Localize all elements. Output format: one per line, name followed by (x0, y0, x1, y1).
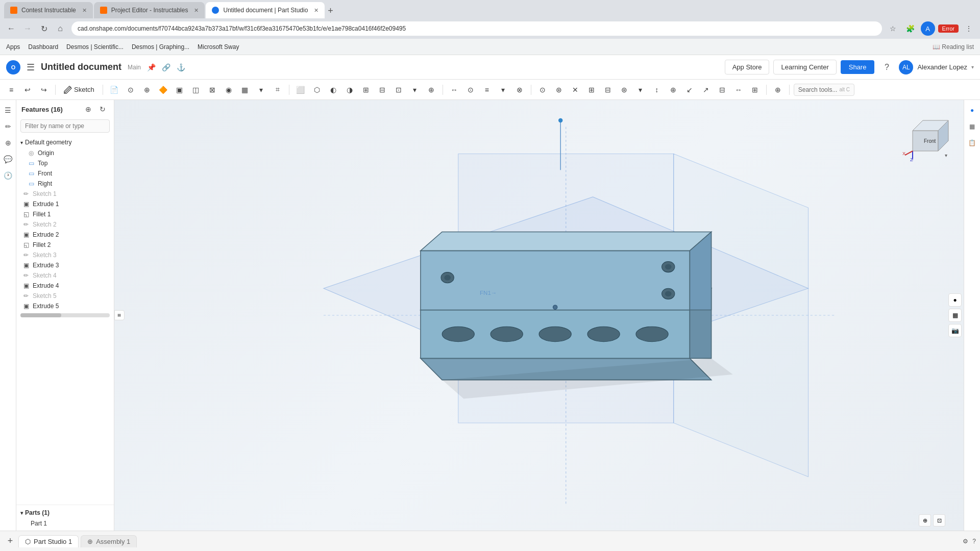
tree-item-front[interactable]: ▭ Front (16, 168, 114, 179)
toolbar-btn-33[interactable]: ⊛ (617, 83, 631, 97)
toolbar-btn-19[interactable]: ⊟ (375, 83, 389, 97)
search-tools-input[interactable]: Search tools... alt C (794, 84, 854, 96)
bottom-help-btn[interactable]: ? (972, 538, 976, 545)
tree-item-extrude5[interactable]: ▣ Extrude 5 (16, 301, 114, 311)
tab-assembly-1[interactable]: ⊕ Assembly 1 (81, 535, 137, 547)
new-tab-button[interactable]: + (326, 4, 335, 18)
right-icon-3[interactable]: 📋 (966, 137, 978, 149)
tree-item-top[interactable]: ▭ Top (16, 158, 114, 168)
toolbar-btn-20[interactable]: ⊡ (391, 83, 406, 97)
toolbar-btn-13[interactable]: ⌗ (271, 83, 285, 97)
bookmark-sway[interactable]: Microsoft Sway (198, 43, 239, 51)
features-history-btn[interactable]: ↻ (96, 103, 109, 115)
toolbar-btn-dropdown[interactable]: ▾ (254, 83, 268, 97)
bookmark-desmos-sci[interactable]: Desmos | Scientific... (66, 43, 124, 51)
bookmark-button[interactable]: ☆ (886, 21, 900, 36)
hamburger-menu[interactable]: ☰ (24, 60, 37, 75)
toolbar-btn-14[interactable]: ⬜ (293, 83, 308, 97)
profile-button[interactable]: A (921, 21, 935, 36)
home-button[interactable]: ⌂ (53, 21, 67, 36)
toolbar-btn-36[interactable]: ⊕ (666, 83, 680, 97)
tree-item-sketch2[interactable]: ✏ Sketch 2 (16, 219, 114, 230)
pin-icon[interactable]: 📌 (147, 63, 156, 71)
toolbar-btn-27[interactable]: ⊗ (512, 83, 527, 97)
toolbar-btn-23[interactable]: ↔ (447, 83, 461, 97)
view-ctrl-2[interactable]: ▦ (948, 309, 962, 322)
toolbar-btn-17[interactable]: ◑ (342, 83, 357, 97)
toolbar-features-btn[interactable]: ≡ (4, 83, 18, 97)
viewport[interactable]: FN1→ Front Z X (114, 100, 964, 531)
right-icon-1[interactable]: ● (966, 104, 978, 116)
toolbar-btn-5[interactable]: ⊕ (140, 83, 154, 97)
filter-input[interactable] (20, 119, 110, 133)
toolbar-btn-28[interactable]: ⊙ (535, 83, 550, 97)
tree-item-origin[interactable]: ◎ Origin (16, 148, 114, 158)
bottom-settings-btn[interactable]: ⚙ (963, 538, 968, 545)
help-button[interactable]: ? (878, 59, 895, 76)
bookmark-desmos-graph[interactable]: Desmos | Graphing... (132, 43, 189, 51)
bookmark-dashboard[interactable]: Dashboard (28, 43, 58, 51)
toolbar-btn-15[interactable]: ⬡ (310, 83, 324, 97)
toolbar-btn-3[interactable]: 📄 (107, 83, 121, 97)
back-button[interactable]: ← (4, 21, 18, 36)
refresh-button[interactable]: ↻ (37, 21, 51, 36)
toolbar-btn-11[interactable]: ▦ (238, 83, 252, 97)
tab-contest-instructable[interactable]: Contest Instructable ✕ (4, 2, 93, 18)
tree-item-extrude1[interactable]: ▣ Extrude 1 (16, 199, 114, 209)
bookmark-apps[interactable]: Apps (6, 43, 20, 51)
sketch-button[interactable]: Sketch (60, 84, 99, 96)
scrollbar-h[interactable] (20, 313, 110, 317)
tab-project-editor[interactable]: Project Editor - Instructables ✕ (94, 2, 205, 18)
toolbar-btn-16[interactable]: ◐ (326, 83, 340, 97)
address-input[interactable] (71, 21, 882, 36)
tree-item-sketch1[interactable]: ✏ Sketch 1 (16, 189, 114, 199)
toolbar-btn-18[interactable]: ⊞ (359, 83, 373, 97)
toolbar-btn-30[interactable]: ✕ (568, 83, 582, 97)
learning-center-button[interactable]: Learning Center (773, 60, 836, 74)
toolbar-btn-dropdown4[interactable]: ▾ (633, 83, 648, 97)
tab-close-part-studio[interactable]: ✕ (314, 7, 318, 14)
toolbar-btn-32[interactable]: ⊟ (601, 83, 615, 97)
nav-icon[interactable]: ⚓ (177, 63, 185, 71)
menu-button[interactable]: ⋮ (962, 21, 976, 36)
user-dropdown-icon[interactable]: ▾ (971, 64, 974, 70)
tree-item-right[interactable]: ▭ Right (16, 179, 114, 189)
toolbar-btn-dropdown2[interactable]: ▾ (408, 83, 422, 97)
app-store-button[interactable]: App Store (725, 60, 770, 74)
toolbar-btn-dropdown3[interactable]: ▾ (496, 83, 510, 97)
tree-item-sketch5[interactable]: ✏ Sketch 5 (16, 291, 114, 301)
toolbar-btn-8[interactable]: ◫ (189, 83, 203, 97)
view-cube[interactable]: Front Z X ▾ (902, 110, 953, 161)
left-icon-features[interactable]: ☰ (2, 104, 14, 116)
tree-item-part1[interactable]: Part 1 (16, 518, 114, 529)
extensions-button[interactable]: 🧩 (903, 21, 918, 36)
tree-item-fillet2[interactable]: ◱ Fillet 2 (16, 240, 114, 250)
tab-part-studio[interactable]: Untitled document | Part Studio ✕ (206, 2, 325, 18)
toolbar-btn-37[interactable]: ↙ (682, 83, 697, 97)
toolbar-btn-24[interactable]: ⊙ (463, 83, 478, 97)
tree-item-sketch4[interactable]: ✏ Sketch 4 (16, 270, 114, 281)
toolbar-btn-10[interactable]: ◉ (222, 83, 236, 97)
left-icon-clock[interactable]: 🕐 (2, 169, 14, 182)
user-name[interactable]: Alexander Lopez (917, 63, 967, 71)
toolbar-btn-7[interactable]: ▣ (173, 83, 187, 97)
features-add-btn[interactable]: ⊕ (82, 103, 94, 115)
toolbar-btn-4[interactable]: ⊙ (124, 83, 138, 97)
view-ctrl-3[interactable]: 📷 (948, 324, 962, 337)
tab-close-contest[interactable]: ✕ (82, 7, 87, 14)
toolbar-btn-38[interactable]: ↗ (699, 83, 713, 97)
add-tab-button[interactable]: + (4, 535, 16, 547)
viewport-fit-btn[interactable]: ⊕ (919, 514, 931, 527)
toolbar-btn-41[interactable]: ⊞ (748, 83, 762, 97)
tree-item-extrude2[interactable]: ▣ Extrude 2 (16, 230, 114, 240)
user-avatar[interactable]: AL (899, 60, 913, 74)
toolbar-btn-29[interactable]: ⊛ (552, 83, 566, 97)
left-icon-tools[interactable]: ⊕ (2, 137, 14, 149)
left-icon-sketch[interactable]: ✏ (2, 120, 14, 133)
toolbar-btn-25[interactable]: ≡ (480, 83, 494, 97)
left-icon-comments[interactable]: 💬 (2, 153, 14, 165)
toolbar-redo-btn[interactable]: ↪ (37, 83, 51, 97)
tree-item-extrude3[interactable]: ▣ Extrude 3 (16, 260, 114, 270)
right-icon-2[interactable]: ▦ (966, 120, 978, 133)
share-button[interactable]: Share (841, 60, 875, 74)
